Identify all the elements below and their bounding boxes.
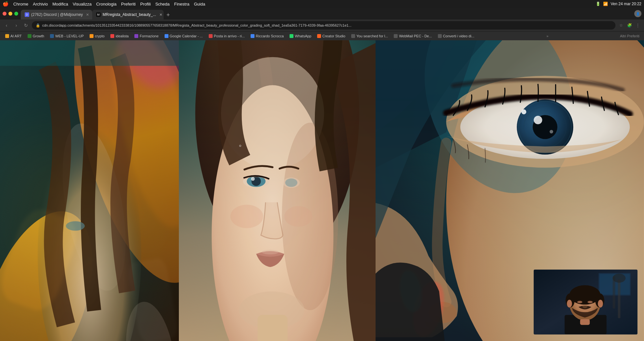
add-tab-button[interactable]: +	[164, 10, 173, 19]
bookmark-icon-gcal	[165, 34, 168, 38]
tab-close-discord[interactable]: ✕	[86, 13, 89, 17]
svg-point-57	[598, 300, 603, 308]
svg-point-20	[285, 178, 298, 187]
bookmark-page-button[interactable]: ☆	[617, 22, 625, 29]
bookmark-label-posta: Posta in arrivo - ri...	[214, 34, 245, 38]
svg-rect-59	[618, 279, 620, 318]
cursor-pointer	[239, 145, 241, 147]
webcam-overlay	[534, 270, 638, 335]
extensions-button[interactable]: 🧩	[626, 22, 633, 29]
menu-scheda[interactable]: Scheda	[155, 2, 169, 6]
tab-label-discord: (2762) Discord | @Midjourney	[31, 12, 83, 17]
bookmark-label-whatsapp: WhatsApp	[295, 34, 311, 38]
bookmark-icon-you-searched	[351, 34, 355, 38]
svg-point-56	[567, 300, 572, 308]
bookmark-label-crypto: crypto	[95, 34, 105, 38]
bookmark-whatsapp[interactable]: WhatsApp	[287, 33, 314, 39]
bookmark-webmail[interactable]: WebMail PEC - De...	[391, 33, 434, 39]
bookmark-label-webmail: WebMail PEC - De...	[399, 34, 432, 38]
bookmark-icon-converti	[438, 34, 442, 38]
bookmark-idealista[interactable]: idealista	[108, 33, 131, 39]
bookmark-icon-idealista	[110, 34, 114, 38]
back-button[interactable]: ‹	[3, 21, 10, 29]
tab-close-mj[interactable]: ✕	[159, 13, 162, 17]
browser-menu-button[interactable]: ⋮	[634, 22, 641, 29]
tab-mj[interactable]: M MRregista_Abstract_beauty_... ✕	[92, 10, 164, 19]
url-bar[interactable]: 🔒 cdn.discordapp.com/attachments/1013512…	[32, 21, 615, 30]
bookmark-converti[interactable]: Converti i video di...	[435, 33, 477, 39]
panel-middle	[179, 40, 376, 341]
menu-preferiti[interactable]: Preferiti	[121, 2, 136, 6]
svg-point-23	[230, 205, 263, 228]
tab-row: D (2762) Discord | @Midjourney ✕ M MRreg…	[0, 8, 644, 19]
reload-button[interactable]: ↻	[22, 21, 30, 29]
tab-list: D (2762) Discord | @Midjourney ✕ M MRreg…	[21, 8, 634, 19]
bookmark-formazione[interactable]: Formazione	[132, 33, 161, 39]
tab-favicon-mj: M	[96, 12, 101, 17]
fullscreen-window-button[interactable]	[14, 12, 18, 16]
menu-chrome[interactable]: Chrome	[13, 2, 28, 6]
bookmark-icon-riccardo	[251, 34, 254, 38]
bookmark-label-you-searched: You searched for l...	[356, 34, 388, 38]
bookmark-label-riccardo: Riccardo Scrocca	[256, 34, 284, 38]
bookmark-label-formazione: Formazione	[140, 34, 158, 38]
other-bookmarks-button[interactable]: Altri Preferiti	[618, 33, 641, 39]
panel-left	[0, 40, 179, 341]
bookmark-label-ai-art: AI ART	[10, 34, 22, 38]
bookmark-label-gcal: Google Calendar - ...	[170, 34, 203, 38]
svg-point-36	[550, 130, 553, 133]
abstract-art-svg-left	[0, 40, 179, 341]
datetime: Ven 24 mar 20:22	[611, 2, 641, 6]
portrait-svg-middle	[179, 40, 376, 341]
forward-button[interactable]: ›	[12, 21, 20, 29]
bookmark-icon-formazione	[134, 34, 138, 38]
bookmarks-bar: AI ART Growth WEB - LEVEL-UP crypto idea…	[0, 31, 644, 40]
svg-rect-25	[258, 315, 288, 341]
user-profile-icon[interactable]: 👤	[634, 10, 641, 17]
bookmark-ai-art[interactable]: AI ART	[3, 33, 24, 39]
menu-guida[interactable]: Guida	[194, 2, 205, 6]
menu-profili[interactable]: Profili	[140, 2, 151, 6]
battery-indicator: 🔋	[596, 2, 601, 6]
webcam-content-svg	[534, 270, 637, 334]
bookmark-icon-creator-studio	[317, 34, 321, 38]
bookmark-web-level-up[interactable]: WEB - LEVEL-UP	[47, 33, 86, 39]
svg-point-37	[522, 109, 526, 114]
bookmark-icon-growth	[28, 34, 31, 38]
svg-point-21	[262, 250, 279, 254]
bookmark-riccardo[interactable]: Riccardo Scrocca	[248, 33, 286, 39]
svg-point-61	[613, 274, 625, 283]
bookmark-icon-posta	[209, 34, 213, 38]
bookmark-you-searched[interactable]: You searched for l...	[349, 33, 390, 39]
menu-items: Chrome Archivio Modifica Visualizza Cron…	[13, 2, 205, 6]
bookmark-creator-studio[interactable]: Creator Studio	[315, 33, 348, 39]
menu-cronologia[interactable]: Cronologia	[96, 2, 117, 6]
svg-point-5	[66, 221, 85, 231]
apple-menu[interactable]: 🍎	[3, 1, 9, 7]
bookmark-icon-webmail	[394, 34, 398, 38]
nav-action-buttons: ☆ 🧩 ⋮	[617, 22, 641, 29]
main-content	[0, 40, 644, 341]
security-lock-icon: 🔒	[36, 23, 40, 28]
menu-visualizza[interactable]: Visualizza	[73, 2, 92, 6]
more-bookmarks-button[interactable]: »	[545, 33, 551, 39]
bookmark-icon-crypto	[90, 34, 93, 38]
menu-finestra[interactable]: Finestra	[174, 2, 190, 6]
bookmark-crypto[interactable]: crypto	[87, 33, 107, 39]
bookmark-gcal[interactable]: Google Calendar - ...	[162, 33, 205, 39]
bookmark-posta[interactable]: Posta in arrivo - ri...	[206, 33, 247, 39]
bookmark-growth[interactable]: Growth	[25, 33, 47, 39]
close-window-button[interactable]	[3, 12, 6, 16]
menu-modifica[interactable]: Modifica	[53, 2, 68, 6]
browser-profile-area: 👤	[634, 10, 644, 17]
bookmark-icon-whatsapp	[290, 34, 293, 38]
url-text: cdn.discordapp.com/attachments/101351233…	[42, 23, 352, 27]
svg-point-55	[582, 304, 588, 308]
svg-rect-7	[0, 40, 179, 66]
tab-discord[interactable]: D (2762) Discord | @Midjourney ✕	[21, 10, 92, 19]
minimize-window-button[interactable]	[8, 12, 12, 16]
bookmark-label-web: WEB - LEVEL-UP	[55, 34, 84, 38]
bookmark-label-idealista: idealista	[116, 34, 129, 38]
menu-archivio[interactable]: Archivio	[33, 2, 48, 6]
bookmark-label-converti: Converti i video di...	[443, 34, 475, 38]
